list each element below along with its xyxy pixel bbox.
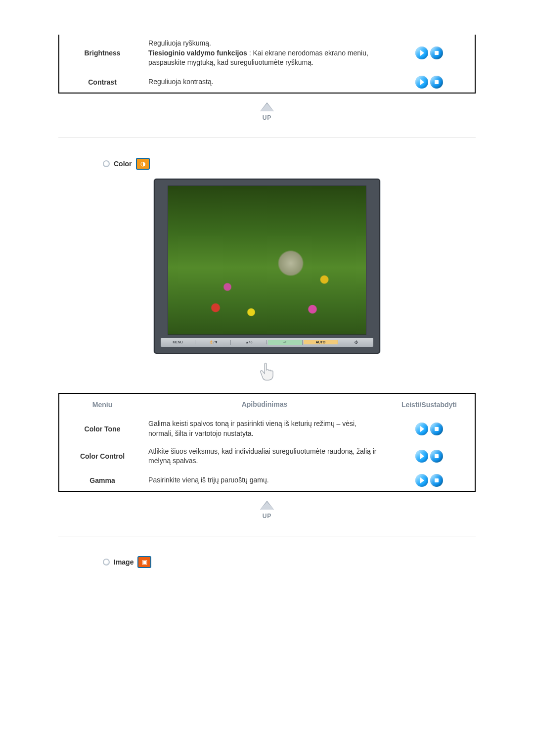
- up-button[interactable]: UP: [256, 102, 278, 122]
- monitor-screen: [168, 186, 366, 335]
- section-head-color: Color ◑: [103, 158, 476, 170]
- up-label: UP: [256, 513, 278, 520]
- table-row: Color Tone Galima keisti spalvos toną ir…: [59, 415, 475, 442]
- ctrl-contrast: [384, 72, 475, 93]
- bullet-icon: [103, 559, 110, 566]
- panel-enter: ⏎: [268, 340, 303, 345]
- hand-pointer: [58, 361, 476, 384]
- desc-contrast: Reguliuoja kontrastą.: [145, 72, 384, 93]
- panel-up: ▲/☼: [232, 340, 267, 344]
- play-icon[interactable]: [415, 423, 428, 435]
- play-icon[interactable]: [415, 47, 428, 59]
- monitor-figure: MENU 🔅/▼ ▲/☼ ⏎ AUTO ⏻: [58, 179, 476, 354]
- menu-color-tone: Color Tone: [59, 415, 145, 442]
- menu-color-control: Color Control: [59, 443, 145, 470]
- up-button[interactable]: UP: [256, 501, 278, 520]
- monitor-bezel: MENU 🔅/▼ ▲/☼ ⏎ AUTO ⏻: [154, 179, 380, 354]
- stop-icon[interactable]: [430, 47, 443, 59]
- section-title-color: Color: [114, 160, 132, 168]
- ctrl-color-control: [384, 443, 475, 470]
- ctrl-gamma: [384, 470, 475, 491]
- up-label: UP: [256, 114, 278, 121]
- bullet-icon: [103, 160, 110, 167]
- panel-down: 🔅/▼: [196, 340, 231, 345]
- menu-contrast: Contrast: [59, 72, 145, 93]
- picture-table: Brightness Reguliuoja ryškumą. Tiesiogin…: [58, 35, 476, 94]
- stop-icon[interactable]: [430, 423, 443, 435]
- table-header-row: Meniu Apibūdinimas Leisti/Sustabdyti: [59, 393, 475, 416]
- up-arrow-icon: [260, 501, 274, 510]
- menu-brightness: Brightness: [59, 35, 145, 72]
- table-row: Brightness Reguliuoja ryškumą. Tiesiogin…: [59, 35, 475, 72]
- play-icon[interactable]: [415, 450, 428, 463]
- text: Reguliuoja ryškumą.: [148, 39, 211, 47]
- color-badge-icon: ◑: [136, 158, 150, 170]
- menu-gamma: Gamma: [59, 470, 145, 491]
- stop-icon[interactable]: [430, 474, 443, 487]
- th-menu: Meniu: [59, 393, 145, 416]
- color-table: Meniu Apibūdinimas Leisti/Sustabdyti Col…: [58, 393, 476, 492]
- monitor-panel: MENU 🔅/▼ ▲/☼ ⏎ AUTO ⏻: [161, 338, 373, 347]
- play-icon[interactable]: [415, 474, 428, 487]
- image-badge-icon: ▣: [137, 556, 151, 568]
- table-row: Gamma Pasirinkite vieną iš trijų paruošt…: [59, 470, 475, 491]
- table-row: Color Control Atlikite šiuos veiksmus, k…: [59, 443, 475, 470]
- panel-menu: MENU: [161, 340, 195, 344]
- table-row: Contrast Reguliuoja kontrastą.: [59, 72, 475, 93]
- divider: [58, 138, 476, 138]
- desc-brightness: Reguliuoja ryškumą. Tiesioginio valdymo …: [145, 35, 384, 72]
- hand-icon: [257, 361, 277, 384]
- desc-color-control: Atlikite šiuos veiksmus, kad individuali…: [145, 443, 384, 470]
- panel-power: ⏻: [339, 340, 373, 344]
- play-icon[interactable]: [415, 76, 428, 89]
- desc-gamma: Pasirinkite vieną iš trijų paruoštų gamų…: [145, 470, 384, 491]
- up-arrow-icon: [260, 102, 274, 111]
- divider: [58, 536, 476, 536]
- th-ctrl: Leisti/Sustabdyti: [384, 393, 475, 416]
- text-bold: Tiesioginio valdymo funkcijos: [148, 49, 247, 57]
- section-title-image: Image: [114, 558, 134, 566]
- ctrl-brightness: [384, 35, 475, 72]
- panel-auto: AUTO: [304, 340, 338, 344]
- text: :: [247, 49, 253, 57]
- th-desc: Apibūdinimas: [145, 393, 384, 416]
- stop-icon[interactable]: [430, 76, 443, 89]
- stop-icon[interactable]: [430, 450, 443, 463]
- section-head-image: Image ▣: [103, 556, 476, 568]
- ctrl-color-tone: [384, 415, 475, 442]
- desc-color-tone: Galima keisti spalvos toną ir pasirinkti…: [145, 415, 384, 442]
